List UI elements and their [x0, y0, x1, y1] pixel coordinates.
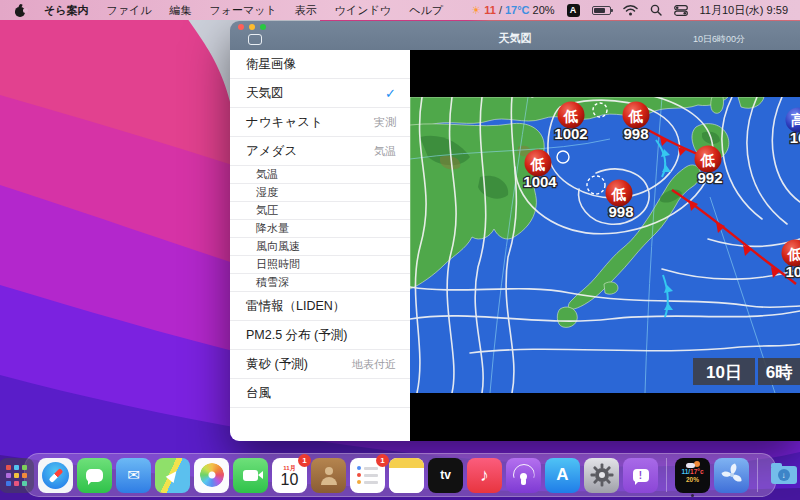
gear-icon: [590, 463, 614, 487]
svg-text:低: 低: [628, 108, 644, 124]
svg-text:高: 高: [791, 112, 800, 128]
weather-map-pane[interactable]: 低 1002 低 998 低 1004 低: [410, 50, 800, 441]
dock-downloads-folder-icon[interactable]: ↓: [766, 458, 800, 493]
dock-reminders-icon[interactable]: 1: [350, 458, 385, 493]
dock-messages-icon[interactable]: [77, 458, 112, 493]
svg-text:10: 10: [790, 129, 800, 146]
dock-separator: [666, 458, 667, 492]
weather-status-item[interactable]: ☀ 11/17°C 20%: [471, 4, 554, 17]
layer-sidebar: 衛星画像 天気図✓ ナウキャスト実測 アメダス気温 気温 湿度 気圧 降水量 風…: [230, 50, 410, 441]
sun-icon: ☀: [471, 4, 481, 17]
running-indicator: [691, 494, 694, 497]
dock-notes-icon[interactable]: [389, 458, 424, 493]
dock-separator: [757, 458, 758, 492]
svg-text:10日: 10日: [706, 363, 742, 382]
dock-launchpad-icon[interactable]: [0, 458, 34, 493]
sidebar-item-lightning[interactable]: 雷情報（LIDEN）: [230, 292, 410, 321]
menu-clock[interactable]: 11月10日(水) 9:59: [700, 3, 788, 18]
control-center-icon[interactable]: [674, 5, 688, 16]
app-menu-title[interactable]: そら案内: [44, 3, 89, 18]
low-pressure-992: 低 992: [695, 146, 723, 187]
sidebar-item-pressure[interactable]: 気圧: [230, 202, 410, 220]
dock-maps-icon[interactable]: [155, 458, 190, 493]
temp-separator: /: [499, 4, 502, 16]
svg-text:1002: 1002: [554, 125, 587, 142]
dock-system-preferences-icon[interactable]: [584, 458, 619, 493]
cloud-sun-icon: [686, 461, 700, 468]
sidebar-item-wind[interactable]: 風向風速: [230, 238, 410, 256]
menu-help[interactable]: ヘルプ: [409, 3, 443, 18]
menu-view[interactable]: 表示: [295, 3, 317, 18]
menu-edit[interactable]: 編集: [170, 3, 192, 18]
sidebar-item-precipitation[interactable]: 降水量: [230, 220, 410, 238]
sidebar-item-typhoon[interactable]: 台風: [230, 379, 410, 408]
checkmark-icon: ✓: [385, 86, 396, 101]
sidebar-item-sunshine[interactable]: 日照時間: [230, 256, 410, 274]
dock-music-icon[interactable]: ♪: [467, 458, 502, 493]
sidebar-item-weather-map[interactable]: 天気図✓: [230, 79, 410, 108]
window-time-label: 10日6時00分: [693, 33, 745, 46]
dock-podcasts-icon[interactable]: [506, 458, 541, 493]
sidebar-item-satellite[interactable]: 衛星画像: [230, 50, 410, 79]
input-source-icon[interactable]: A: [567, 4, 580, 17]
sidebar-item-pm25[interactable]: PM2.5 分布 (予測): [230, 321, 410, 350]
dock-facetime-icon[interactable]: [233, 458, 268, 493]
temp-low: 11: [484, 4, 496, 16]
dock-feedback-assistant-icon[interactable]: !: [623, 458, 658, 493]
app-window: 天気図 10日6時00分 衛星画像 天気図✓ ナウキャスト実測 アメダス気温 気…: [230, 21, 800, 441]
svg-text:低: 低: [611, 186, 627, 202]
svg-text:100: 100: [785, 263, 800, 280]
minimize-button[interactable]: [249, 24, 255, 30]
svg-text:998: 998: [623, 125, 648, 142]
sidebar-item-yellow-sand[interactable]: 黄砂 (予測)地表付近: [230, 350, 410, 379]
sidebar-item-nowcast[interactable]: ナウキャスト実測: [230, 108, 410, 137]
apple-menu-icon[interactable]: [14, 4, 26, 17]
dock: ☺ ✉ 1 11月 10 1 tv ♪ A: [24, 453, 776, 497]
zoom-button[interactable]: [260, 24, 266, 30]
svg-text:992: 992: [697, 169, 722, 186]
pinwheel-icon: [719, 462, 745, 488]
traffic-lights: [238, 24, 266, 30]
svg-text:1004: 1004: [523, 173, 557, 190]
folder-icon: ↓: [771, 466, 797, 484]
sidebar-item-amedas[interactable]: アメダス気温: [230, 137, 410, 166]
svg-text:低: 低: [787, 246, 800, 262]
menu-window[interactable]: ウインドウ: [335, 3, 391, 18]
sidebar-item-humidity[interactable]: 湿度: [230, 184, 410, 202]
dock-mail-icon[interactable]: ✉: [116, 458, 151, 493]
menu-format[interactable]: フォーマット: [210, 3, 277, 18]
battery-icon[interactable]: [592, 6, 611, 15]
weather-map-image: 低 1002 低 998 低 1004 低: [410, 97, 800, 393]
svg-text:低: 低: [700, 152, 716, 168]
humidity-value: 20%: [533, 4, 555, 16]
svg-text:低: 低: [563, 108, 579, 124]
low-pressure-998-north: 低 998: [623, 102, 650, 143]
dock-appletv-icon[interactable]: tv: [428, 458, 463, 493]
download-arrow-icon: ↓: [778, 469, 790, 481]
dock-contacts-icon[interactable]: [311, 458, 346, 493]
svg-text:998: 998: [608, 203, 633, 220]
notification-badge: 1: [298, 454, 311, 467]
window-titlebar[interactable]: 天気図 10日6時00分: [230, 21, 800, 50]
dock-weather-pinwheel-icon[interactable]: [714, 458, 749, 493]
svg-text:6時: 6時: [766, 363, 793, 382]
dock-sora-annai-icon[interactable]: 11/17°c 20%: [675, 458, 710, 493]
dock-photos-icon[interactable]: [194, 458, 229, 493]
dock-appstore-icon[interactable]: A: [545, 458, 580, 493]
search-icon[interactable]: [650, 4, 662, 16]
menu-bar: そら案内 ファイル 編集 フォーマット 表示 ウインドウ ヘルプ ☀ 11/17…: [0, 0, 800, 20]
close-button[interactable]: [238, 24, 244, 30]
low-pressure-998-center: 低 998: [606, 180, 634, 221]
notification-badge: 1: [376, 454, 389, 467]
menu-file[interactable]: ファイル: [107, 3, 152, 18]
sidebar-item-snow-depth[interactable]: 積雪深: [230, 274, 410, 292]
wifi-icon[interactable]: [623, 4, 638, 16]
dock-calendar-icon[interactable]: 1 11月 10: [272, 458, 307, 493]
sidebar-item-temperature[interactable]: 気温: [230, 166, 410, 184]
svg-text:低: 低: [530, 156, 546, 172]
map-time-badge: 10日 6時: [693, 358, 800, 385]
temp-high: 17°C: [505, 4, 530, 16]
dock-safari-icon[interactable]: [38, 458, 73, 493]
